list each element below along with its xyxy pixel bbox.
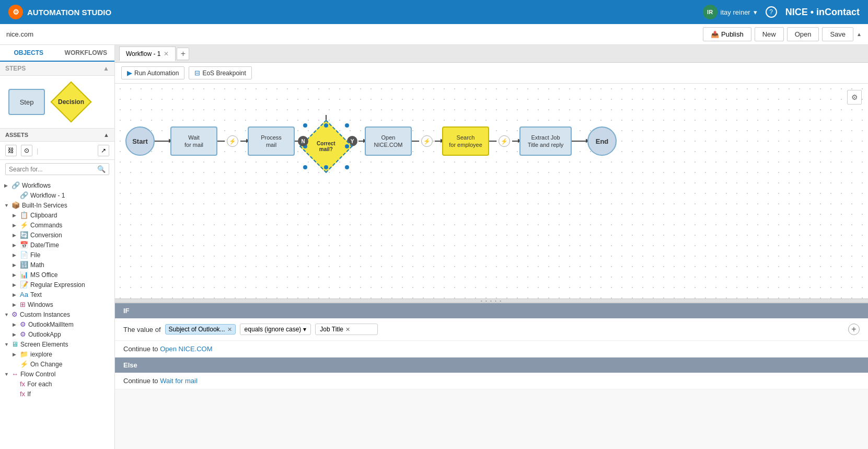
open-button[interactable]: Open xyxy=(787,27,819,41)
node-process-mail[interactable]: Processmail xyxy=(248,126,295,156)
tree-item-custom-instances[interactable]: ▼⚙Custom Instances xyxy=(0,309,114,319)
tree-item-math[interactable]: ▶🔢Math xyxy=(0,260,114,270)
header-right: IR itay reiner ▾ ? NICE • inContact xyxy=(703,5,860,19)
tab-workflows[interactable]: WORKFLOWS xyxy=(57,45,115,62)
tree-icon-if: fx xyxy=(20,390,25,398)
assets-collapse-icon[interactable]: ▲ xyxy=(103,132,109,138)
link-tool-button[interactable]: ⛓ xyxy=(5,145,17,156)
main-layout: OBJECTS WORKFLOWS STEPS ▲ Step Decision … xyxy=(0,45,868,449)
tree-item-flow-control[interactable]: ▼↔Flow Control xyxy=(0,369,114,379)
tree-toggle-iexplore[interactable]: ▶ xyxy=(13,352,20,357)
node-open-nice[interactable]: OpenNICE.COM xyxy=(365,126,412,156)
tree-toggle-flow-control[interactable]: ▼ xyxy=(4,372,11,377)
condition-operator-select[interactable]: equals (ignore case) ▾ xyxy=(240,324,311,335)
continue-else-target[interactable]: Wait for mail xyxy=(160,377,198,385)
tree-item-outlookmailitem[interactable]: ▶⚙OutlookMailItem xyxy=(0,319,114,329)
lightning-btn-3[interactable]: ⚡ xyxy=(499,135,510,147)
tree-label-windows: Windows xyxy=(28,301,53,308)
add-condition-button[interactable]: + xyxy=(848,324,860,335)
steps-collapse-icon[interactable]: ▲ xyxy=(103,65,109,72)
site-name: nice.com xyxy=(6,30,33,38)
tree-toggle-outlookapp[interactable]: ▶ xyxy=(13,332,20,337)
node-wait-mail[interactable]: Waitfor mail xyxy=(170,126,217,156)
node-search-employee[interactable]: Searchfor employee xyxy=(442,126,489,156)
tree-toggle-outlookmailitem[interactable]: ▶ xyxy=(13,322,20,327)
tree-item-workflows[interactable]: ▶🔗Workflows xyxy=(0,180,114,190)
tree-toggle-ms-office[interactable]: ▶ xyxy=(13,272,20,278)
user-dropdown-icon: ▾ xyxy=(754,8,757,16)
tree-label-workflows: Workflows xyxy=(22,182,51,189)
continue-if-row: Continue to Open NICE.COM xyxy=(115,341,868,358)
node-end[interactable]: End xyxy=(587,126,617,156)
tree-item-windows[interactable]: ▶⊞Windows xyxy=(0,300,114,309)
tree-toggle-math[interactable]: ▶ xyxy=(13,262,20,268)
target-tool-button[interactable]: ⊙ xyxy=(21,145,32,156)
export-button[interactable]: ↗ xyxy=(98,145,109,156)
search-input[interactable] xyxy=(9,166,97,173)
condition-value-clear[interactable]: ✕ xyxy=(227,326,232,333)
tree-item-if[interactable]: fxIf xyxy=(0,389,114,399)
tree-toggle-windows[interactable]: ▶ xyxy=(13,302,20,307)
search-box: 🔍 xyxy=(5,163,109,175)
step-node[interactable]: Step xyxy=(8,89,45,115)
workflow-tab[interactable]: Workflow - 1 ✕ xyxy=(119,47,176,61)
tab-objects[interactable]: OBJECTS xyxy=(0,45,57,62)
eos-breakpoint-button[interactable]: ⊟ EoS Breakpoint xyxy=(189,66,251,79)
tree-item-workflow-1[interactable]: 🔗Workflow - 1 xyxy=(0,190,114,200)
new-button[interactable]: New xyxy=(755,27,784,41)
lightning-btn-1[interactable]: ⚡ xyxy=(227,135,238,147)
tree-item-commands[interactable]: ▶⚡Commands xyxy=(0,220,114,230)
tree-icon-built-in-services: 📦 xyxy=(11,201,20,209)
collapse-icon[interactable]: ▲ xyxy=(857,31,862,37)
tree-toggle-workflows[interactable]: ▶ xyxy=(4,183,11,188)
tree-toggle-screen-elements[interactable]: ▼ xyxy=(4,342,11,347)
condition-value-tag[interactable]: Subject of Outlook... ✕ xyxy=(165,324,236,335)
decision-node[interactable]: Decision xyxy=(50,81,91,122)
tree-toggle-conversion[interactable]: ▶ xyxy=(13,233,20,238)
tree-item-outlookapp[interactable]: ▶⚙OutlookApp xyxy=(0,329,114,339)
tree-toggle-built-in-services[interactable]: ▼ xyxy=(4,203,11,208)
node-start[interactable]: Start xyxy=(125,126,155,156)
tree-item-foreach[interactable]: fxFor each xyxy=(0,379,114,389)
help-button[interactable]: ? xyxy=(766,6,777,18)
tree-item-ms-office[interactable]: ▶📊MS Office xyxy=(0,270,114,280)
tree-item-on-change[interactable]: ⚡On Change xyxy=(0,359,114,369)
panel-resize-handle[interactable]: • • • • • xyxy=(115,298,868,303)
continue-if-target[interactable]: Open NICE.COM xyxy=(160,345,212,353)
tree-icon-workflows: 🔗 xyxy=(11,181,20,189)
tree-icon-file: 📄 xyxy=(20,251,28,259)
tree-icon-outlookapp: ⚙ xyxy=(20,330,26,338)
lightning-btn-2[interactable]: ⚡ xyxy=(421,135,433,147)
tab-close-icon[interactable]: ✕ xyxy=(164,50,169,57)
condition-comparator-input[interactable]: Job Title ✕ xyxy=(315,324,378,335)
user-menu[interactable]: IR itay reiner ▾ xyxy=(703,5,757,19)
tree-item-datetime[interactable]: ▶📅Date/Time xyxy=(0,240,114,250)
tree-icon-flow-control: ↔ xyxy=(11,370,18,378)
node-extract-job[interactable]: Extract JobTitle and reply xyxy=(519,126,572,156)
add-tab-button[interactable]: + xyxy=(177,48,189,60)
tree-toggle-clipboard[interactable]: ▶ xyxy=(13,213,20,218)
brand-logo: NICE • inContact xyxy=(785,7,860,18)
publish-button[interactable]: 📤 Publish xyxy=(703,27,751,41)
publish-icon: 📤 xyxy=(711,30,719,38)
tree-toggle-custom-instances[interactable]: ▼ xyxy=(4,312,11,317)
save-button[interactable]: Save xyxy=(822,27,853,41)
tree-item-file[interactable]: ▶📄File xyxy=(0,250,114,260)
tree-item-iexplore[interactable]: ▶📁iexplore xyxy=(0,349,114,359)
comparator-clear[interactable]: ✕ xyxy=(345,326,350,333)
tree-item-built-in-services[interactable]: ▼📦Built-In Services xyxy=(0,200,114,210)
tree-item-conversion[interactable]: ▶🔄Conversion xyxy=(0,230,114,240)
tree-toggle-datetime[interactable]: ▶ xyxy=(13,243,20,248)
toolbar-right: 📤 Publish New Open Save ▲ xyxy=(703,27,862,41)
tree-item-regex[interactable]: ▶📝Regular Expression xyxy=(0,280,114,290)
tree-toggle-commands[interactable]: ▶ xyxy=(13,223,20,228)
tree-item-clipboard[interactable]: ▶📋Clipboard xyxy=(0,210,114,220)
run-automation-button[interactable]: ▶ Run Automation xyxy=(121,66,184,79)
tree-toggle-file[interactable]: ▶ xyxy=(13,252,20,258)
tree-toggle-regex[interactable]: ▶ xyxy=(13,282,20,287)
canvas-settings-button[interactable]: ⚙ xyxy=(847,90,862,105)
tree-item-screen-elements[interactable]: ▼🖥Screen Elements xyxy=(0,339,114,349)
search-icon[interactable]: 🔍 xyxy=(97,165,106,173)
tree-toggle-text[interactable]: ▶ xyxy=(13,292,20,297)
tree-item-text[interactable]: ▶AaText xyxy=(0,290,114,300)
